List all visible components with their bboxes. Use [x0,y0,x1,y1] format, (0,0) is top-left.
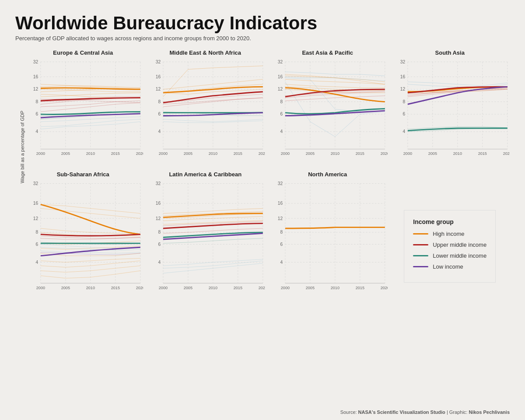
svg-text:2000: 2000 [36,286,45,290]
svg-text:2010: 2010 [453,152,462,156]
chart-svg-middleeast: 32 16 12 8 6 4 2000 2005 2 [146,57,266,167]
svg-text:8: 8 [158,99,161,104]
svg-text:16: 16 [400,74,405,79]
svg-text:2010: 2010 [331,286,340,290]
chart-subsaharan: Sub-Saharan Africa 32 16 12 8 6 4 [23,171,143,308]
legend-line-low [413,266,428,267]
svg-text:12: 12 [155,87,161,92]
svg-text:16: 16 [155,201,161,206]
svg-text:2015: 2015 [356,286,364,290]
chart-southasia: South Asia 32 16 12 8 6 4 [390,49,510,167]
svg-text:8: 8 [280,230,283,234]
chart-title-europe: Europe & Central Asia [23,49,143,56]
chart-latinamerica: Latin America & Caribbean 32 16 12 8 6 [146,171,266,308]
svg-text:2020: 2020 [381,286,388,290]
legend-label-upper: Upper middle income [433,242,486,248]
legend-label-lower: Lower middle income [433,252,486,259]
svg-text:16: 16 [33,201,38,206]
svg-text:2000: 2000 [158,152,167,156]
svg-text:12: 12 [278,87,283,92]
source-prefix: Source: [340,410,358,415]
svg-text:6: 6 [280,112,283,117]
chart-svg-southasia: 32 16 12 8 6 4 2000 2005 2 [390,57,510,167]
svg-text:2000: 2000 [403,152,412,156]
svg-text:2015: 2015 [478,152,486,156]
svg-text:32: 32 [278,181,283,186]
svg-text:2020: 2020 [136,286,143,290]
svg-text:8: 8 [35,99,38,104]
source-author: Nikos Pechlivanis [469,410,510,415]
svg-text:32: 32 [33,181,38,186]
chart-northamerica: North America 32 16 12 8 6 4 [268,171,388,308]
legend-line-high [413,233,428,234]
svg-text:32: 32 [155,181,161,186]
svg-text:12: 12 [155,216,161,220]
svg-text:2015: 2015 [111,152,120,156]
svg-text:8: 8 [402,99,405,104]
svg-text:12: 12 [278,216,283,220]
svg-text:6: 6 [158,112,161,117]
legend-title: Income group [413,218,454,225]
chart-title-eastasia: East Asia & Pacific [268,49,388,56]
svg-text:32: 32 [400,60,405,64]
svg-text:2005: 2005 [306,286,315,290]
svg-text:2020: 2020 [503,152,510,156]
svg-text:6: 6 [280,242,283,247]
svg-text:4: 4 [35,130,38,134]
svg-text:2010: 2010 [331,152,340,156]
svg-text:6: 6 [35,242,38,247]
svg-text:2020: 2020 [258,286,265,290]
svg-text:6: 6 [402,112,405,117]
svg-text:2010: 2010 [208,286,217,290]
svg-text:32: 32 [278,60,283,64]
subtitle: Percentage of GDP allocated to wages acr… [15,35,510,42]
svg-text:12: 12 [33,87,38,92]
svg-text:2005: 2005 [61,152,70,156]
legend-item-low: Low income [413,263,463,270]
svg-text:2015: 2015 [233,152,242,156]
legend-line-upper [413,244,428,245]
legend-box: Income group High income Upper middle in… [404,210,496,283]
source-sep: | Graphic: [445,410,469,415]
svg-text:2005: 2005 [61,286,70,290]
svg-text:2020: 2020 [381,152,388,156]
chart-svg-europe: 32 16 12 8 6 4 [23,57,143,167]
svg-text:16: 16 [278,74,283,79]
legend-panel: Income group High income Upper middle in… [390,171,510,308]
svg-text:4: 4 [402,130,405,134]
svg-text:4: 4 [158,130,161,134]
svg-text:2005: 2005 [183,286,192,290]
svg-text:2015: 2015 [233,286,242,290]
svg-text:16: 16 [155,74,161,79]
svg-text:32: 32 [155,60,161,64]
svg-text:2020: 2020 [258,152,265,156]
svg-text:4: 4 [158,260,161,265]
svg-text:4: 4 [280,130,283,134]
svg-text:2015: 2015 [111,286,120,290]
page-container: Worldwide Bureaucracy Indicators Percent… [0,0,525,420]
svg-text:4: 4 [280,260,283,265]
legend-line-lower [413,255,428,256]
chart-svg-eastasia: 32 16 12 8 6 4 2000 2005 2 [268,57,388,167]
svg-text:2000: 2000 [36,152,45,156]
svg-text:16: 16 [278,201,283,206]
svg-text:8: 8 [35,230,38,234]
chart-eastasia: East Asia & Pacific 32 16 12 8 6 4 [268,49,388,167]
svg-text:2020: 2020 [136,152,143,156]
svg-text:2000: 2000 [158,286,167,290]
svg-text:12: 12 [33,216,38,220]
svg-text:4: 4 [35,260,38,265]
chart-title-northamerica: North America [268,171,388,178]
legend-label-low: Low income [433,263,463,270]
legend-item-upper: Upper middle income [413,242,486,248]
svg-text:8: 8 [158,230,161,234]
legend-item-lower: Lower middle income [413,252,486,259]
main-title: Worldwide Bureaucracy Indicators [15,13,510,33]
legend-label-high: High income [433,231,464,237]
svg-text:2000: 2000 [281,152,290,156]
source-line: Source: NASA's Scientific Visualization … [340,410,510,415]
svg-text:16: 16 [33,74,38,79]
svg-text:12: 12 [400,87,405,92]
chart-europe: Europe & Central Asia 32 16 12 8 [23,49,143,167]
chart-svg-subsaharan: 32 16 12 8 6 4 2000 2005 2 [23,178,143,308]
